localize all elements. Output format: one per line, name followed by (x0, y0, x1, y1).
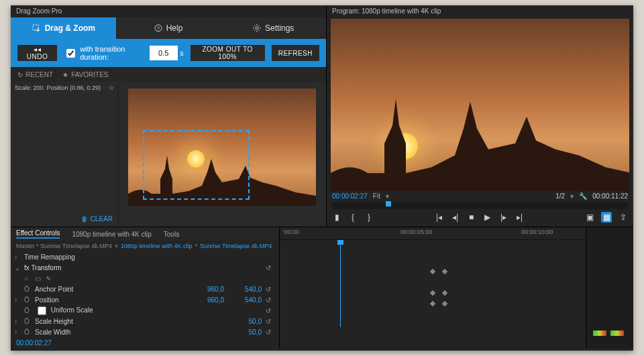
keyframe[interactable] (442, 269, 447, 274)
ec-timecode[interactable]: 00:00:02:27 (11, 338, 279, 348)
ec-tab-tools[interactable]: Tools (164, 231, 179, 238)
out-point-icon[interactable]: } (364, 213, 374, 222)
safe-margins-icon[interactable]: ▦ (601, 212, 612, 223)
help-icon: ? (154, 24, 162, 32)
zoom-selection-box[interactable] (143, 130, 250, 200)
ellipse-mask-icon[interactable]: ○ (24, 275, 31, 282)
tab-drag-zoom[interactable]: Drag & Zoom (11, 17, 116, 39)
in-point-icon[interactable]: { (348, 213, 358, 222)
tab-settings[interactable]: Settings (221, 17, 326, 39)
prop-scale-width[interactable]: ›Ö Scale Width 50,0 ↺ (11, 327, 279, 337)
transition-duration-unit: s (180, 50, 184, 57)
svg-point-3 (256, 27, 258, 29)
program-ruler[interactable] (332, 202, 628, 209)
program-monitor[interactable] (331, 19, 629, 191)
rect-mask-icon[interactable]: ▭ (35, 275, 42, 282)
refresh-button[interactable]: REFRESH (272, 45, 319, 61)
keyframe-area[interactable] (280, 240, 586, 327)
ec-ruler[interactable]: :00:00 00:00:05:00 00:00:10:00 (280, 227, 586, 240)
pen-mask-icon[interactable]: ✎ (46, 275, 52, 282)
go-to-in-icon[interactable]: |◂ (435, 213, 444, 222)
reset-icon[interactable]: ↺ (266, 318, 275, 325)
prop-time-remapping[interactable]: ›Time Remapping (11, 251, 279, 262)
clock-icon: ↻ (17, 71, 23, 78)
ec-tab-timeline[interactable]: 1080p timeline with 4K clip (72, 231, 151, 238)
program-in-timecode[interactable]: 00:00:02:27 (332, 192, 368, 200)
step-back-icon[interactable]: ◂| (451, 213, 460, 222)
reset-icon[interactable]: ↺ (266, 307, 275, 314)
step-forward-icon[interactable]: |▸ (499, 213, 508, 222)
reset-icon[interactable]: ↺ (266, 264, 275, 272)
transition-duration-check[interactable]: with transition duration: (64, 45, 142, 61)
program-playhead[interactable] (386, 201, 391, 206)
drag-zoom-pro-panel: Drag Zoom Pro Drag & Zoom ? Help (11, 5, 326, 227)
wrench-icon[interactable]: 🔧 (579, 192, 587, 200)
go-to-out-icon[interactable]: ▸| (515, 213, 525, 222)
program-resolution-dropdown[interactable]: 1/2 (555, 192, 565, 200)
chevron-down-icon: ▾ (386, 192, 389, 200)
export-frame-icon[interactable]: ⇪ (619, 213, 628, 222)
stopwatch-icon[interactable]: Ö (24, 329, 31, 336)
tab-help-label: Help (166, 23, 183, 33)
program-out-timecode: 00:00:11:22 (592, 192, 628, 200)
keyframe[interactable] (430, 301, 435, 306)
ec-timeline[interactable]: :00:00 00:00:05:00 00:00:10:00 (280, 227, 586, 348)
reset-icon[interactable]: ↺ (266, 329, 275, 336)
stopwatch-icon[interactable]: Ö (24, 318, 31, 325)
prop-value[interactable]: 540,0 (228, 286, 262, 293)
tab-help[interactable]: ? Help (116, 17, 221, 39)
prop-value[interactable]: 50,0 (228, 329, 262, 336)
prop-label: Anchor Point (35, 286, 186, 293)
transport-controls: ▮ { } |◂ ◂| ■ ▶ |▸ ▸| ▣ ▦ ⇪ (332, 212, 628, 223)
ec-crumb-master: Master * Sunrise Timelapse 4k.MP4 (16, 243, 112, 249)
ec-properties: ›Time Remapping ⌄fx Transform↺ ○ ▭ ✎ Ö A… (11, 251, 279, 338)
keyframe[interactable] (430, 290, 435, 296)
history-item[interactable]: Scale: 200. Position (0.86, 0.29) ☆ (11, 82, 118, 94)
prop-anchor-point[interactable]: Ö Anchor Point 960,0 540,0 ↺ (11, 284, 279, 294)
undo-button[interactable]: ◂◂ UNDO (17, 45, 57, 61)
ec-tab-controls[interactable]: Effect Controls (16, 229, 60, 239)
ruler-tick: 00:00:05:00 (400, 229, 433, 235)
reset-icon[interactable]: ↺ (266, 296, 275, 304)
ec-crumb-seq[interactable]: 1080p timeline with 4K clip (121, 243, 193, 249)
prop-transform[interactable]: ⌄fx Transform↺ (11, 262, 279, 273)
uniform-scale-checkbox[interactable] (38, 306, 46, 315)
prop-value[interactable]: 50,0 (228, 318, 262, 325)
prop-value[interactable]: 960,0 (191, 286, 224, 293)
prop-uniform-scale[interactable]: Ö Uniform Scale ↺ (11, 305, 279, 316)
stopwatch-icon[interactable]: Ö (24, 286, 31, 293)
keyframe[interactable] (442, 290, 447, 296)
zoom-out-button[interactable]: ZOOM OUT TO 100% (191, 45, 265, 61)
svg-text:?: ? (156, 25, 160, 32)
transition-duration-input[interactable] (150, 46, 178, 60)
keyframe[interactable] (442, 301, 447, 306)
zoom-preview-area[interactable] (119, 82, 326, 227)
prop-value[interactable]: 960,0 (191, 296, 224, 304)
prop-value[interactable]: 540,0 (228, 296, 262, 304)
subtab-recent-label: RECENT (25, 71, 53, 78)
app-frame: Drag Zoom Pro Drag & Zoom ? Help (11, 5, 633, 351)
ec-crumb-clip[interactable]: Sunrise Timelapse 4k.MP4 (200, 243, 272, 249)
prop-label: Time Remapping (24, 253, 275, 261)
subtab-recent[interactable]: ↻ RECENT (17, 71, 53, 78)
stop-icon[interactable]: ■ (467, 213, 476, 222)
clear-button[interactable]: 🗑 CLEAR (16, 215, 113, 223)
favorite-star-icon[interactable]: ☆ (109, 84, 114, 91)
panel-title-dzp: Drag Zoom Pro (11, 5, 326, 17)
ec-playhead[interactable] (340, 240, 341, 327)
stopwatch-icon[interactable]: Ö (24, 296, 31, 304)
program-fit-dropdown[interactable]: Fit (373, 192, 380, 200)
stopwatch-icon[interactable]: Ö (24, 307, 31, 314)
camera-icon[interactable]: ▣ (585, 213, 594, 222)
svg-line-10 (254, 30, 255, 31)
subtab-favorites[interactable]: ★ FAVORITES (62, 71, 108, 78)
prop-scale-height[interactable]: ›Ö Scale Height 50,0 ↺ (11, 316, 279, 327)
reset-icon[interactable]: ↺ (266, 286, 275, 293)
keyframe[interactable] (430, 269, 435, 274)
transition-duration-checkbox[interactable] (66, 49, 75, 58)
ec-tabs: Effect Controls 1080p timeline with 4K c… (11, 227, 279, 241)
prop-label: Scale Height (35, 318, 224, 325)
play-icon[interactable]: ▶ (483, 213, 492, 222)
preview-thumbnail[interactable] (128, 88, 316, 206)
marker-icon[interactable]: ▮ (332, 213, 341, 222)
